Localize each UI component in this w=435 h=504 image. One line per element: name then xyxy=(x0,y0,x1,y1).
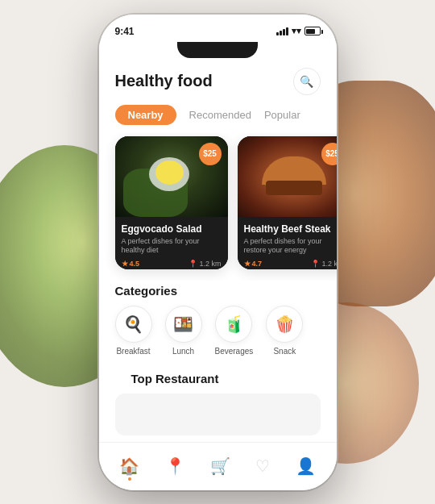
food-card-salad[interactable]: $25 Eggvocado Salad A perfect dishes for… xyxy=(115,136,228,269)
food-card-salad-body: Eggvocado Salad A perfect dishes for you… xyxy=(115,217,228,269)
food-meta-salad: ★ 4.5 📍 1.2 km xyxy=(122,260,222,268)
search-button[interactable]: 🔍 xyxy=(293,68,321,95)
snack-icon: 🍿 xyxy=(275,314,295,334)
food-meta-steak: ★ 4.7 📍 1.2 km xyxy=(244,260,337,268)
price-badge-steak: $25 xyxy=(321,143,337,165)
egg-yolk-decoration xyxy=(155,160,184,185)
home-icon: 🏠 xyxy=(119,456,139,476)
tab-popular[interactable]: Popular xyxy=(264,109,300,121)
location-icon-steak: 📍 xyxy=(311,260,320,268)
food-rating-steak: ★ 4.7 xyxy=(244,260,263,268)
snack-label: Snack xyxy=(273,347,296,356)
beverages-label: Beverages xyxy=(215,347,254,356)
category-beverages[interactable]: 🧃 Beverages xyxy=(215,306,254,356)
status-time: 9:41 xyxy=(115,26,135,37)
food-name-salad: Eggvocado Salad xyxy=(122,223,222,235)
burger-patty-decoration xyxy=(266,181,322,195)
food-cards-container: $25 Eggvocado Salad A perfect dishes for… xyxy=(99,133,337,281)
category-snack[interactable]: 🍿 Snack xyxy=(266,306,303,356)
profile-icon: 👤 xyxy=(296,456,316,476)
location-nav-icon: 📍 xyxy=(165,456,185,476)
breakfast-icon-wrap: 🍳 xyxy=(115,306,152,343)
categories-title: Categories xyxy=(99,281,337,306)
category-breakfast[interactable]: 🍳 Breakfast xyxy=(115,306,152,356)
tab-recommended[interactable]: Recomended xyxy=(189,109,251,121)
food-distance-salad: 📍 1.2 km xyxy=(188,260,221,268)
cart-icon: 🛒 xyxy=(210,456,230,476)
nav-cart[interactable]: 🛒 xyxy=(202,453,238,479)
distance-value-salad: 1.2 km xyxy=(199,260,221,268)
phone-top: 9:41 ▾▾ xyxy=(99,15,337,58)
top-restaurant-title: Top Restaurant xyxy=(115,369,321,394)
rating-value-steak: 4.7 xyxy=(252,260,263,268)
distance-value-steak: 1.2 km xyxy=(321,260,336,268)
categories-row: 🍳 Breakfast 🍱 Lunch 🧃 Beverages 🍿 xyxy=(99,306,337,365)
breakfast-label: Breakfast xyxy=(116,347,150,356)
location-icon: 📍 xyxy=(188,260,197,268)
rating-value-salad: 4.5 xyxy=(130,260,140,268)
top-restaurant-section: Top Restaurant xyxy=(99,365,337,442)
status-bar: 9:41 ▾▾ xyxy=(115,23,321,40)
phone-frame: 9:41 ▾▾ Healthy food 🔍 xyxy=(99,15,337,490)
battery-icon xyxy=(304,27,321,35)
food-desc-salad: A perfect dishes for your healthy diet xyxy=(122,237,222,256)
filter-tabs: Nearby Recomended Popular xyxy=(99,102,337,133)
food-rating-salad: ★ 4.5 xyxy=(122,260,140,268)
category-lunch[interactable]: 🍱 Lunch xyxy=(165,306,202,356)
phone-content: Healthy food 🔍 Nearby Recomended Popular… xyxy=(99,58,337,490)
phone-notch xyxy=(177,42,258,58)
home-active-indicator xyxy=(128,477,131,481)
food-card-salad-image: $25 xyxy=(115,136,228,217)
food-name-steak: Healthy Beef Steak xyxy=(244,223,337,235)
food-desc-steak: A perfect dishes for your restore your e… xyxy=(244,237,337,256)
nav-home[interactable]: 🏠 xyxy=(111,453,147,479)
bottom-navigation: 🏠 📍 🛒 ♡ 👤 xyxy=(99,442,337,490)
beverages-icon-wrap: 🧃 xyxy=(215,306,252,343)
food-distance-steak: 📍 1.2 km xyxy=(311,260,336,268)
food-card-steak[interactable]: $25 Healthy Beef Steak A perfect dishes … xyxy=(238,136,337,269)
lunch-label: Lunch xyxy=(172,347,194,356)
page-title: Healthy food xyxy=(115,72,213,90)
nav-location[interactable]: 📍 xyxy=(157,453,193,479)
beverages-icon: 🧃 xyxy=(224,314,244,334)
nav-profile[interactable]: 👤 xyxy=(288,453,324,479)
status-icons: ▾▾ xyxy=(276,26,321,36)
star-icon-steak: ★ xyxy=(244,260,251,268)
price-badge-salad: $25 xyxy=(199,143,222,165)
nav-favorites[interactable]: ♡ xyxy=(247,453,278,479)
lunch-icon-wrap: 🍱 xyxy=(165,306,202,343)
restaurant-placeholder xyxy=(115,394,321,435)
food-card-steak-body: Healthy Beef Steak A perfect dishes for … xyxy=(238,217,337,269)
wifi-icon: ▾▾ xyxy=(292,26,301,36)
breakfast-icon: 🍳 xyxy=(123,314,143,334)
favorites-icon: ♡ xyxy=(255,456,270,476)
star-icon: ★ xyxy=(122,260,128,268)
search-icon: 🔍 xyxy=(300,75,313,88)
lunch-icon: 🍱 xyxy=(173,314,193,334)
food-card-steak-image: $25 xyxy=(238,136,337,217)
signal-icon xyxy=(276,27,288,35)
app-header: Healthy food 🔍 xyxy=(99,58,337,102)
snack-icon-wrap: 🍿 xyxy=(266,306,303,343)
tab-nearby[interactable]: Nearby xyxy=(115,105,176,125)
